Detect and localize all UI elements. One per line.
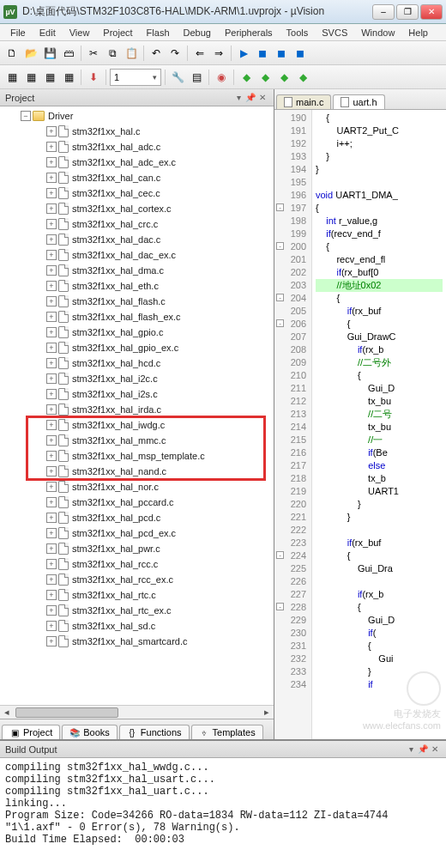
- expander-icon[interactable]: +: [46, 281, 57, 291]
- file-row[interactable]: +stm32f1xx_hal_rcc_ex.c: [0, 572, 274, 587]
- bookmark-prev-icon[interactable]: ◼: [254, 45, 271, 62]
- pane-pin-icon[interactable]: 📌: [244, 92, 256, 104]
- menu-window[interactable]: Window: [354, 26, 401, 39]
- expander-icon[interactable]: +: [46, 234, 57, 245]
- file-row[interactable]: +stm32f1xx_hal_rtc_ex.c: [0, 603, 274, 618]
- project-tree[interactable]: − Driver +stm32f1xx_hal.c+stm32f1xx_hal_…: [0, 106, 274, 719]
- menu-project[interactable]: Project: [96, 26, 139, 39]
- file-row[interactable]: +stm32f1xx_hal_irda.c: [0, 402, 274, 417]
- menu-edit[interactable]: Edit: [33, 26, 63, 39]
- expander-icon[interactable]: +: [46, 605, 57, 616]
- file-row[interactable]: +stm32f1xx_hal_smartcard.c: [0, 634, 274, 649]
- build-pin-icon[interactable]: 📌: [417, 744, 429, 756]
- file-row[interactable]: +stm32f1xx_hal_crc.c: [0, 216, 274, 232]
- file-row[interactable]: +stm32f1xx_hal_rcc.c: [0, 556, 274, 572]
- save-icon[interactable]: 💾: [41, 45, 58, 62]
- expander-icon[interactable]: +: [46, 497, 57, 507]
- file-row[interactable]: +stm32f1xx_hal_rtc.c: [0, 587, 274, 603]
- expander-icon[interactable]: +: [46, 482, 57, 492]
- file-row[interactable]: +stm32f1xx_hal_cec.c: [0, 185, 274, 201]
- build-all-icon[interactable]: ▦: [41, 69, 58, 86]
- redo-icon[interactable]: ↷: [166, 45, 184, 62]
- save-all-icon[interactable]: 🗃: [60, 45, 77, 62]
- tree-hscrollbar[interactable]: ◂▸: [0, 705, 274, 719]
- expander-icon[interactable]: +: [46, 343, 57, 353]
- pack-green4-icon[interactable]: ◆: [294, 69, 311, 86]
- code-body[interactable]: { UART2_Put_C i++; }}void UART1_DMA_{ in…: [312, 110, 446, 739]
- expander-icon[interactable]: +: [46, 250, 57, 260]
- menu-file[interactable]: File: [3, 26, 33, 39]
- file-row[interactable]: +stm32f1xx_hal_flash.c: [0, 294, 274, 309]
- nav-back-icon[interactable]: ⇐: [191, 45, 208, 62]
- menu-svcs[interactable]: SVCS: [315, 26, 354, 39]
- cut-icon[interactable]: ✂: [85, 45, 102, 62]
- pane-dropdown-icon[interactable]: ▾: [232, 92, 244, 104]
- build-icon[interactable]: ▦: [3, 69, 21, 86]
- new-file-icon[interactable]: 🗋: [3, 45, 21, 62]
- build-output-body[interactable]: compiling stm32f1xx_hal_wwdg.c... compil…: [0, 758, 446, 868]
- file-row[interactable]: +stm32f1xx_hal_dac_ex.c: [0, 247, 274, 263]
- code-area[interactable]: 190191192193194195196197-198199200-20120…: [274, 110, 446, 739]
- file-row[interactable]: +stm32f1xx_hal_mmc.c: [0, 433, 274, 448]
- menu-view[interactable]: View: [63, 26, 97, 39]
- file-row[interactable]: +stm32f1xx_hal_dma.c: [0, 263, 274, 278]
- file-row[interactable]: +stm32f1xx_hal_flash_ex.c: [0, 309, 274, 325]
- file-row[interactable]: +stm32f1xx_hal_pcd_ex.c: [0, 525, 274, 541]
- file-row[interactable]: +stm32f1xx_hal_i2c.c: [0, 371, 274, 386]
- open-file-icon[interactable]: 📂: [22, 45, 39, 62]
- expander-icon[interactable]: +: [46, 466, 57, 476]
- pane-tab-templates[interactable]: ⎀Templates: [191, 725, 263, 739]
- expander-icon[interactable]: +: [46, 420, 57, 430]
- expander-icon[interactable]: +: [46, 621, 57, 631]
- maximize-button[interactable]: ❐: [396, 4, 419, 20]
- copy-icon[interactable]: ⧉: [104, 45, 121, 62]
- expander-icon[interactable]: +: [46, 435, 57, 446]
- expander-icon[interactable]: +: [46, 373, 57, 384]
- file-row[interactable]: +stm32f1xx_hal_nor.c: [0, 479, 274, 495]
- expander-icon[interactable]: +: [46, 219, 57, 229]
- pane-tab-project[interactable]: ▣Project: [2, 725, 60, 739]
- undo-icon[interactable]: ↶: [148, 45, 165, 62]
- expander-icon[interactable]: +: [46, 451, 57, 461]
- expander-icon[interactable]: +: [46, 265, 57, 276]
- expander-icon[interactable]: +: [46, 543, 57, 554]
- expander-icon[interactable]: +: [46, 142, 57, 152]
- expander-icon[interactable]: +: [46, 590, 57, 600]
- download-icon[interactable]: ⬇: [85, 69, 102, 86]
- file-row[interactable]: +stm32f1xx_hal_can.c: [0, 170, 274, 185]
- rebuild-icon[interactable]: ▦: [22, 69, 39, 86]
- target-combo[interactable]: 1: [110, 69, 161, 86]
- file-row[interactable]: +stm32f1xx_hal_nand.c: [0, 464, 274, 479]
- file-row[interactable]: +stm32f1xx_hal_sd.c: [0, 618, 274, 634]
- close-button[interactable]: ✕: [420, 4, 443, 20]
- folder-driver[interactable]: − Driver: [0, 108, 274, 124]
- expander-icon[interactable]: +: [46, 559, 57, 569]
- menu-peripherals[interactable]: Peripherals: [218, 26, 280, 39]
- expander-icon[interactable]: +: [46, 528, 57, 538]
- pane-close-icon[interactable]: ✕: [256, 92, 268, 104]
- build-dropdown-icon[interactable]: ▾: [405, 744, 417, 756]
- build-close-icon[interactable]: ✕: [429, 744, 441, 756]
- menu-tools[interactable]: Tools: [280, 26, 316, 39]
- menu-debug[interactable]: Debug: [177, 26, 218, 39]
- editor-tab-uart-h[interactable]: uart.h: [333, 94, 384, 109]
- file-row[interactable]: +stm32f1xx_hal_adc.c: [0, 139, 274, 155]
- pack-green2-icon[interactable]: ◆: [256, 69, 274, 86]
- file-row[interactable]: +stm32f1xx_hal_iwdg.c: [0, 417, 274, 433]
- expander-icon[interactable]: +: [46, 327, 57, 337]
- expander-icon[interactable]: +: [46, 574, 57, 585]
- manage-icon[interactable]: ▤: [188, 69, 205, 86]
- file-row[interactable]: +stm32f1xx_hal_gpio_ex.c: [0, 340, 274, 355]
- minimize-button[interactable]: –: [372, 4, 395, 20]
- file-row[interactable]: +stm32f1xx_hal_pwr.c: [0, 541, 274, 556]
- expander-icon[interactable]: +: [46, 404, 57, 415]
- bookmark-clear-icon[interactable]: ◼: [292, 45, 309, 62]
- menu-flash[interactable]: Flash: [140, 26, 177, 39]
- expander-icon[interactable]: −: [21, 111, 31, 121]
- file-row[interactable]: +stm32f1xx_hal_pccard.c: [0, 495, 274, 510]
- file-row[interactable]: +stm32f1xx_hal_i2s.c: [0, 386, 274, 402]
- expander-icon[interactable]: +: [46, 513, 57, 523]
- expander-icon[interactable]: +: [46, 188, 57, 198]
- expander-icon[interactable]: +: [46, 636, 57, 646]
- editor-tab-main-c[interactable]: main.c: [276, 94, 331, 109]
